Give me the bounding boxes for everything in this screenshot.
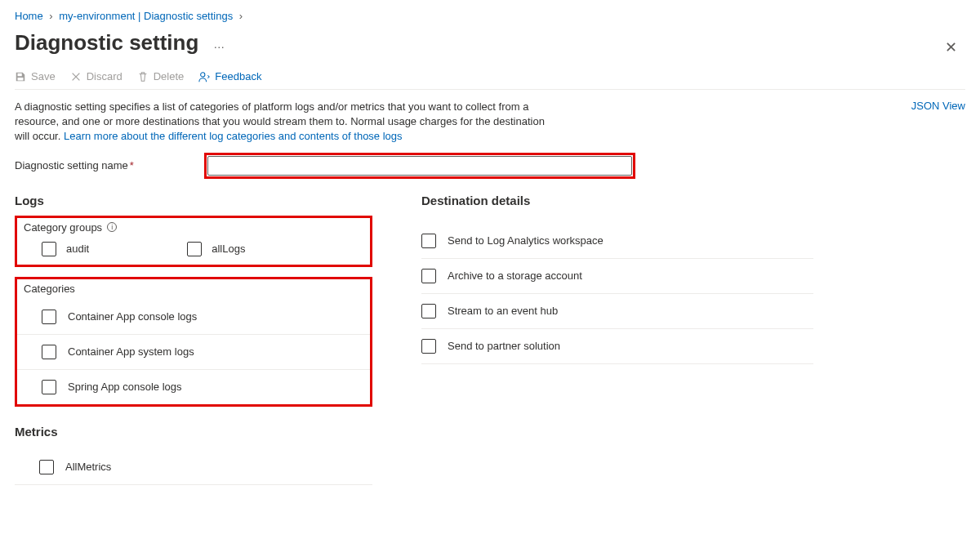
categories-title: Categories [24, 283, 75, 295]
checkbox-dest-storage-label: Archive to a storage account [448, 270, 582, 282]
checkbox-dest-log-analytics[interactable] [421, 234, 436, 248]
checkbox-alllogs[interactable] [187, 242, 202, 256]
close-icon [70, 71, 82, 82]
setting-name-input[interactable] [207, 156, 632, 176]
discard-label: Discard [87, 70, 122, 82]
delete-icon [137, 71, 149, 82]
feedback-button[interactable]: Feedback [198, 70, 261, 82]
close-button[interactable]: ✕ [937, 35, 965, 60]
checkbox-audit[interactable] [42, 242, 56, 256]
checkbox-dest-eventhub[interactable] [421, 304, 436, 318]
logs-heading: Logs [15, 194, 372, 207]
checkbox-container-console-label: Container App console logs [68, 310, 197, 323]
checkbox-dest-partner-label: Send to partner solution [448, 340, 560, 352]
category-groups-title: Category groups [24, 221, 102, 234]
page-title: Diagnostic setting [15, 30, 198, 56]
metrics-heading: Metrics [15, 425, 372, 439]
checkbox-spring-console[interactable] [42, 380, 56, 394]
command-bar: Save Discard Delete Feedback [15, 65, 965, 90]
svg-point-0 [201, 72, 205, 76]
more-actions-button[interactable]: … [210, 38, 228, 51]
required-indicator: * [130, 159, 134, 172]
info-icon[interactable]: i [107, 222, 117, 232]
discard-button[interactable]: Discard [70, 70, 122, 82]
checkbox-container-console[interactable] [42, 310, 56, 324]
checkbox-dest-partner[interactable] [421, 339, 436, 354]
checkbox-allmetrics-label: AllMetrics [65, 461, 111, 473]
chevron-right-icon: › [236, 10, 246, 22]
breadcrumb-environment[interactable]: my-environment | Diagnostic settings [59, 10, 233, 22]
json-view-link[interactable]: JSON View [911, 100, 965, 112]
checkbox-allmetrics[interactable] [39, 460, 54, 474]
checkbox-dest-storage[interactable] [421, 269, 436, 283]
checkbox-dest-log-analytics-label: Send to Log Analytics workspace [448, 234, 604, 247]
checkbox-container-system[interactable] [42, 345, 56, 359]
checkbox-container-system-label: Container App system logs [68, 345, 194, 358]
learn-more-link[interactable]: Learn more about the different log categ… [64, 130, 403, 142]
feedback-icon [198, 71, 210, 82]
description-text: A diagnostic setting specifies a list of… [15, 100, 554, 145]
highlight-categories: Categories Container App console logs Co… [15, 277, 372, 407]
save-button[interactable]: Save [15, 70, 56, 82]
checkbox-dest-eventhub-label: Stream to an event hub [448, 305, 558, 317]
checkbox-audit-label: audit [66, 243, 89, 255]
delete-label: Delete [154, 70, 185, 82]
destination-heading: Destination details [421, 194, 813, 207]
breadcrumb-home[interactable]: Home [15, 10, 43, 22]
breadcrumb: Home › my-environment | Diagnostic setti… [15, 7, 965, 27]
feedback-label: Feedback [215, 70, 261, 82]
highlight-category-groups: Category groups i audit allLogs [15, 216, 372, 267]
checkbox-alllogs-label: allLogs [212, 243, 245, 255]
delete-button[interactable]: Delete [137, 70, 185, 82]
chevron-right-icon: › [46, 10, 56, 22]
checkbox-spring-console-label: Spring App console logs [68, 381, 181, 393]
setting-name-label: Diagnostic setting name* [15, 159, 207, 172]
save-icon [15, 71, 26, 82]
save-label: Save [31, 70, 56, 82]
